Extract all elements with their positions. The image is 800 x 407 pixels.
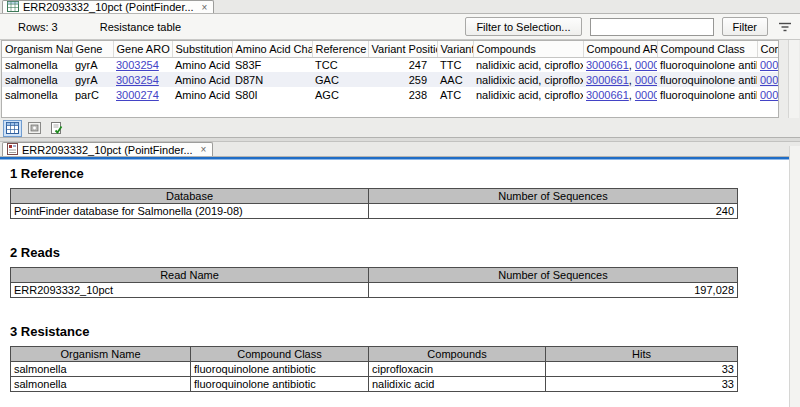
col-header-compound-aros[interactable]: Compound AROs <box>583 41 657 57</box>
col-header-variant[interactable]: Variant <box>437 41 473 57</box>
cell-number-of-sequences: 197,028 <box>369 283 738 298</box>
filter-button[interactable]: Filter <box>722 17 768 36</box>
col-header-read-name: Read Name <box>11 268 369 283</box>
table-row[interactable]: salmonella parC 3000274 Amino Acid S80I … <box>2 87 779 102</box>
col-header-number-of-sequences: Number of Sequences <box>369 189 738 204</box>
col-header-comp[interactable]: Comp... <box>757 41 779 57</box>
table-row: salmonella fluoroquinolone antibiotic na… <box>11 377 738 392</box>
cell-read-name: ERR2093332_10pct <box>11 283 369 298</box>
compound-aro-link[interactable]: 0000036 <box>635 89 657 101</box>
resistance-summary-table: Organism Name Compound Class Compounds H… <box>10 346 738 392</box>
table-row: salmonella fluoroquinolone antibiotic ci… <box>11 362 738 377</box>
comp-link[interactable]: 0000001 <box>760 59 779 71</box>
filter-input[interactable] <box>590 18 714 36</box>
filter-to-selection-button[interactable]: Filter to Selection... <box>465 17 581 36</box>
cell-compound-class: fluoroquinolone antibiotic <box>191 377 369 392</box>
compound-aro-link[interactable]: 3000661 <box>586 59 629 71</box>
report-table-header-row: Read Name Number of Sequences <box>11 268 738 283</box>
report-scrollbar[interactable] <box>789 146 800 407</box>
top-tab-bar: ERR2093332_10pct (PointFinder... × <box>0 0 800 14</box>
cell-variant: TTC <box>437 57 473 72</box>
cell-compound-class: fluoroquinolone antibiotic <box>657 57 757 72</box>
resistance-table: Organism Name Gene Gene ARO Substitution… <box>2 41 779 102</box>
col-header-number-of-sequences: Number of Sequences <box>369 268 738 283</box>
cell-amino-acid-change: S80I <box>232 87 312 102</box>
cell-number-of-sequences: 240 <box>369 204 738 219</box>
compound-aro-link[interactable]: 0000036 <box>635 59 657 71</box>
cell-amino-acid-change: D87N <box>232 72 312 87</box>
tab-title: ERR2093332_10pct (PointFinder... <box>23 1 194 13</box>
col-header-reference[interactable]: Reference <box>312 41 368 57</box>
cell-gene: gyrA <box>72 57 113 72</box>
col-header-substitution[interactable]: Substitution <box>172 41 232 57</box>
cell-database: PointFinder database for Salmonella (201… <box>11 204 369 219</box>
rows-count-label: Rows: 3 <box>18 21 58 33</box>
cell-organism-name: salmonella <box>2 87 72 102</box>
cell-gene-aro: 3003254 <box>113 57 172 72</box>
col-header-hits: Hits <box>546 347 738 362</box>
cell-comp: 0000001 <box>757 57 779 72</box>
report-table-header-row: Organism Name Compound Class Compounds H… <box>11 347 738 362</box>
cell-gene: gyrA <box>72 72 113 87</box>
cell-compounds: nalidixic acid, ciprofloxacin <box>473 57 583 72</box>
compound-aro-link[interactable]: 0000036 <box>635 74 657 86</box>
track-view-icon <box>28 122 41 134</box>
section-heading-resistance: 3 Resistance <box>10 324 800 339</box>
reference-table: Database Number of Sequences PointFinder… <box>10 188 738 219</box>
cell-reference: AGC <box>312 87 368 102</box>
close-tab-icon[interactable]: × <box>202 2 208 13</box>
cell-substitution: Amino Acid <box>172 72 232 87</box>
cell-variant-position: 238 <box>368 87 437 102</box>
gene-aro-link[interactable]: 3000274 <box>116 89 159 101</box>
table-view-icon <box>6 122 19 134</box>
cell-amino-acid-change: S83F <box>232 57 312 72</box>
view-mode-bar <box>0 119 800 137</box>
application-window: ERR2093332_10pct (PointFinder... × Rows:… <box>0 0 800 407</box>
cell-substitution: Amino Acid <box>172 57 232 72</box>
track-view-button[interactable] <box>25 120 44 137</box>
cell-variant-position: 259 <box>368 72 437 87</box>
col-header-gene[interactable]: Gene <box>72 41 113 57</box>
compound-aro-link[interactable]: 3000661 <box>586 89 629 101</box>
report-check-view-button[interactable] <box>47 120 66 137</box>
col-header-compounds[interactable]: Compounds <box>473 41 583 57</box>
table-row[interactable]: salmonella gyrA 3003254 Amino Acid S83F … <box>2 57 779 72</box>
cell-organism-name: salmonella <box>2 72 72 87</box>
table-editor-panel: ERR2093332_10pct (PointFinder... × Rows:… <box>0 0 800 40</box>
table-scrollbar[interactable] <box>788 40 799 118</box>
close-tab-icon[interactable]: × <box>201 144 207 155</box>
bottom-tab-bar: ERR2093332_10pct (PointFinder... × <box>0 142 800 157</box>
comp-link[interactable]: 0000001 <box>760 89 779 101</box>
cell-compounds: nalidixic acid, ciprofloxacin <box>473 72 583 87</box>
gene-aro-link[interactable]: 3003254 <box>116 59 159 71</box>
table-toolbar: Rows: 3 Resistance table Filter to Selec… <box>0 14 800 40</box>
tab-pointfinder-table[interactable]: ERR2093332_10pct (PointFinder... × <box>2 0 214 13</box>
cell-compound-aros: 3000661, 0000036 <box>583 72 657 87</box>
table-tab-icon <box>7 1 19 14</box>
table-view-button[interactable] <box>3 120 22 137</box>
cell-reference: GAC <box>312 72 368 87</box>
col-header-variant-position[interactable]: Variant Position <box>368 41 437 57</box>
col-header-compound-class: Compound Class <box>191 347 369 362</box>
cell-variant: AAC <box>437 72 473 87</box>
col-header-amino-acid-change[interactable]: Amino Acid Change <box>232 41 312 57</box>
cell-variant: ATC <box>437 87 473 102</box>
cell-compound-class: fluoroquinolone antibiotic <box>657 87 757 102</box>
cell-substitution: Amino Acid <box>172 87 232 102</box>
tab-pointfinder-report[interactable]: ERR2093332_10pct (PointFinder... × <box>2 142 213 156</box>
gene-aro-link[interactable]: 3003254 <box>116 74 159 86</box>
report-content: 1 Reference Database Number of Sequences… <box>0 160 800 392</box>
col-header-compound-class[interactable]: Compound Class <box>657 41 757 57</box>
filter-options-icon[interactable] <box>776 18 794 36</box>
compound-aro-link[interactable]: 3000661 <box>586 74 629 86</box>
table-title-label: Resistance table <box>100 21 181 33</box>
cell-gene-aro: 3000274 <box>113 87 172 102</box>
col-header-gene-aro[interactable]: Gene ARO <box>113 41 172 57</box>
report-check-view-icon <box>50 122 63 135</box>
col-header-organism-name[interactable]: Organism Name <box>2 41 72 57</box>
cell-comp: 0000001 <box>757 72 779 87</box>
cell-gene: parC <box>72 87 113 102</box>
table-row[interactable]: salmonella gyrA 3003254 Amino Acid D87N … <box>2 72 779 87</box>
comp-link[interactable]: 0000001 <box>760 74 779 86</box>
cell-compound-class: fluoroquinolone antibiotic <box>657 72 757 87</box>
